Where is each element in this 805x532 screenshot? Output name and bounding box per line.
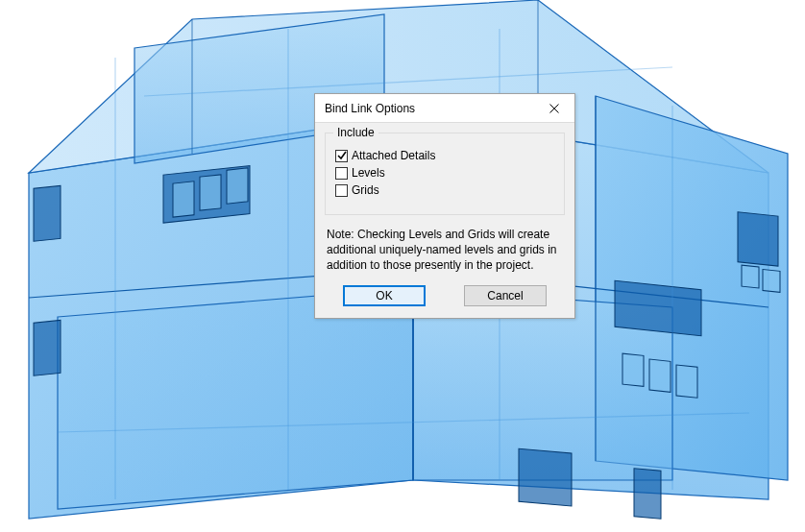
dialog-button-row: OK Cancel xyxy=(325,285,565,306)
checkbox-attached-details[interactable] xyxy=(335,150,348,162)
dialog-title: Bind Link Options xyxy=(325,102,534,115)
option-levels[interactable]: Levels xyxy=(335,166,554,180)
cancel-button[interactable]: Cancel xyxy=(464,285,547,306)
checkbox-levels[interactable] xyxy=(335,167,348,180)
svg-rect-22 xyxy=(676,365,697,398)
checkbox-grids[interactable] xyxy=(335,184,348,197)
ok-button[interactable]: OK xyxy=(343,285,426,306)
option-grids[interactable]: Grids xyxy=(335,183,554,197)
svg-marker-6 xyxy=(58,288,413,509)
dialog-content: Include Attached Details Levels Grids xyxy=(315,123,574,318)
svg-rect-16 xyxy=(173,181,194,217)
svg-rect-18 xyxy=(227,168,248,204)
option-label: Grids xyxy=(352,183,379,197)
option-attached-details[interactable]: Attached Details xyxy=(335,149,554,162)
dialog-titlebar[interactable]: Bind Link Options xyxy=(315,94,574,123)
svg-rect-24 xyxy=(742,265,759,288)
bind-link-options-dialog: Bind Link Options Include Attached Detai… xyxy=(314,93,575,319)
svg-rect-17 xyxy=(200,175,221,210)
include-group: Include Attached Details Levels Grids xyxy=(325,133,565,215)
svg-rect-25 xyxy=(763,269,780,292)
svg-rect-19 xyxy=(615,280,701,335)
svg-rect-23 xyxy=(738,212,778,266)
svg-rect-13 xyxy=(34,185,61,241)
svg-rect-21 xyxy=(649,359,671,392)
include-legend: Include xyxy=(333,126,378,139)
svg-rect-26 xyxy=(519,448,572,506)
option-label: Attached Details xyxy=(352,149,435,162)
option-label: Levels xyxy=(352,166,385,180)
svg-rect-27 xyxy=(634,469,661,519)
checkmark-icon xyxy=(337,151,347,160)
note-text: Note: Checking Levels and Grids will cre… xyxy=(327,227,563,274)
svg-rect-14 xyxy=(34,320,61,375)
close-icon xyxy=(549,104,559,113)
svg-rect-20 xyxy=(622,353,644,386)
close-button[interactable] xyxy=(534,94,574,123)
